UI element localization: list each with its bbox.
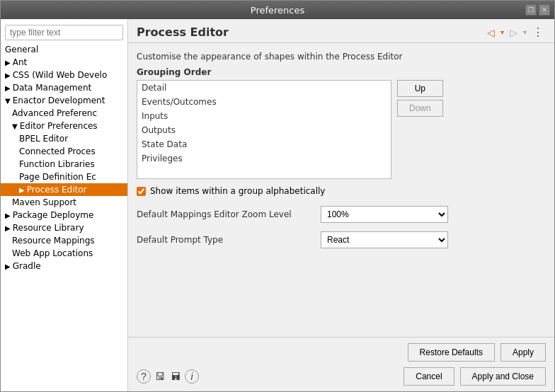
list-item[interactable]: State Data [137, 137, 391, 151]
sidebar-item-label: Gradle [13, 261, 41, 271]
group-order-row: DetailEvents/OutcomesInputsOutputsState … [137, 80, 546, 179]
down-button[interactable]: Down [397, 100, 443, 117]
zoom-row: Default Mappings Editor Zoom Level 100%7… [137, 206, 546, 223]
sidebar-item-label: Enactor Development [13, 96, 105, 105]
bottom-row2: ? 🖫 🖬 i Cancel Apply and Close [137, 367, 546, 386]
sidebar-item-general[interactable]: General [1, 43, 127, 56]
sidebar: General▶Ant▶CSS (Wild Web Develo▶Data Ma… [1, 19, 128, 391]
grouping-order-label: Grouping Order [137, 67, 546, 77]
help-icon-button[interactable]: ? [137, 369, 151, 384]
sidebar-item-label: Resource Library [13, 223, 84, 233]
content-area: General▶Ant▶CSS (Wild Web Develo▶Data Ma… [1, 19, 554, 391]
sidebar-item-label: General [5, 45, 38, 54]
back-dropdown[interactable]: ▾ [498, 28, 506, 37]
arrow-icon: ▶ [5, 224, 11, 232]
sidebar-item-editor-pref[interactable]: ▼Editor Preferences [1, 120, 127, 132]
menu-button[interactable]: ⋮ [530, 25, 546, 40]
back-button[interactable]: ◁ [485, 26, 497, 39]
sidebar-item-connected[interactable]: Connected Proces [1, 145, 127, 158]
sidebar-item-label: Connected Proces [19, 146, 96, 156]
preferences-window: Preferences ❐ ✕ General▶Ant▶CSS (Wild We… [0, 0, 555, 392]
sidebar-item-label: Process Editor [27, 185, 87, 195]
arrow-icon: ▶ [19, 186, 25, 194]
sidebar-item-label: Editor Preferences [20, 121, 98, 131]
panel-nav: ◁ ▾ ▷ ▾ ⋮ [485, 25, 546, 40]
list-item[interactable]: Privileges [137, 151, 391, 166]
sidebar-item-label: Resource Mappings [12, 236, 95, 246]
cancel-button[interactable]: Cancel [404, 367, 454, 386]
sidebar-item-page-def[interactable]: Page Definition Ec [1, 171, 127, 183]
arrow-icon: ▶ [5, 71, 11, 79]
apply-button[interactable]: Apply [500, 343, 546, 362]
panel-title: Process Editor [137, 25, 229, 39]
sidebar-item-resource-lib[interactable]: ▶Resource Library [1, 221, 127, 234]
sidebar-item-ant[interactable]: ▶Ant [1, 56, 127, 69]
arrow-icon: ▼ [12, 122, 18, 130]
bottom-row1: Restore Defaults Apply [137, 343, 546, 362]
sidebar-item-label: Advanced Preferenc [12, 108, 97, 118]
sidebar-item-gradle[interactable]: ▶Gradle [1, 260, 127, 272]
bottom-icons: ? 🖫 🖬 i [137, 369, 199, 384]
sidebar-item-bpel[interactable]: BPEL Editor [1, 132, 127, 145]
sidebar-item-data-mgmt[interactable]: ▶Data Management [1, 81, 127, 94]
alphabetically-label: Show items within a group alphabetically [150, 186, 325, 196]
sidebar-item-func-lib[interactable]: Function Libraries [1, 158, 127, 171]
prompt-row: Default Prompt Type ReactAngularJSP [137, 231, 546, 248]
alphabetically-checkbox[interactable] [137, 187, 146, 196]
sidebar-item-maven[interactable]: Maven Support [1, 196, 127, 209]
description: Customise the appearance of shapes withi… [137, 52, 546, 62]
sidebar-item-css[interactable]: ▶CSS (Wild Web Develo [1, 69, 127, 81]
arrow-icon: ▶ [5, 212, 11, 219]
import-icon-button[interactable]: 🖬 [169, 369, 182, 384]
up-button[interactable]: Up [397, 80, 443, 97]
main-panel: Process Editor ◁ ▾ ▷ ▾ ⋮ Customise the a… [128, 19, 554, 391]
sidebar-item-package-deploy[interactable]: ▶Package Deployme [1, 209, 127, 221]
prompt-label: Default Prompt Type [137, 235, 321, 245]
window-title: Preferences [251, 5, 304, 16]
sidebar-item-adv-pref[interactable]: Advanced Preferenc [1, 107, 127, 120]
sidebar-item-label: Page Definition Ec [19, 172, 96, 182]
prompt-select[interactable]: ReactAngularJSP [321, 231, 448, 248]
zoom-select[interactable]: 100%75%125%150% [321, 206, 448, 223]
filter-input[interactable] [5, 25, 123, 40]
export-icon-button[interactable]: 🖫 [154, 369, 166, 384]
group-buttons: Up Down [397, 80, 443, 179]
checkbox-row: Show items within a group alphabetically [137, 186, 546, 196]
sidebar-item-label: BPEL Editor [19, 134, 68, 144]
arrow-icon: ▶ [5, 84, 11, 92]
arrow-icon: ▼ [5, 97, 11, 105]
tree-container: General▶Ant▶CSS (Wild Web Develo▶Data Ma… [1, 43, 127, 272]
titlebar-controls: ❐ ✕ [525, 4, 550, 16]
sidebar-item-label: Data Management [13, 83, 92, 93]
sidebar-item-label: Function Libraries [19, 159, 95, 169]
sidebar-item-label: Maven Support [12, 197, 76, 207]
panel-header: Process Editor ◁ ▾ ▷ ▾ ⋮ [128, 19, 554, 43]
restore-defaults-button[interactable]: Restore Defaults [408, 343, 495, 362]
titlebar: Preferences ❐ ✕ [1, 1, 554, 19]
list-item[interactable]: Detail [137, 81, 391, 95]
zoom-label: Default Mappings Editor Zoom Level [137, 209, 321, 219]
forward-dropdown[interactable]: ▾ [521, 28, 529, 37]
arrow-icon: ▶ [5, 59, 11, 67]
sidebar-item-label: CSS (Wild Web Develo [13, 70, 108, 80]
apply-close-button[interactable]: Apply and Close [460, 367, 546, 386]
list-item[interactable]: Outputs [137, 123, 391, 137]
sidebar-item-label: Package Deployme [13, 210, 94, 220]
sidebar-item-label: Web App Locations [12, 248, 93, 258]
cancel-apply-group: Cancel Apply and Close [404, 367, 546, 386]
list-item[interactable]: Events/Outcomes [137, 95, 391, 109]
forward-button[interactable]: ▷ [508, 26, 520, 39]
list-item[interactable]: Inputs [137, 109, 391, 123]
panel-content: Customise the appearance of shapes withi… [128, 43, 554, 337]
restore-button[interactable]: ❐ [525, 4, 537, 16]
info-icon-button[interactable]: i [185, 369, 199, 384]
sidebar-item-process-editor[interactable]: ▶Process Editor [1, 183, 127, 196]
group-list: DetailEvents/OutcomesInputsOutputsState … [137, 80, 391, 179]
arrow-icon: ▶ [5, 263, 11, 270]
sidebar-item-enactor-dev[interactable]: ▼Enactor Development [1, 94, 127, 107]
close-button[interactable]: ✕ [539, 4, 550, 16]
sidebar-item-resource-mappings[interactable]: Resource Mappings [1, 234, 127, 247]
sidebar-item-webapp-loc[interactable]: Web App Locations [1, 247, 127, 260]
bottom-bar: Restore Defaults Apply ? 🖫 🖬 i Cancel Ap… [128, 337, 554, 391]
sidebar-item-label: Ant [13, 57, 28, 67]
